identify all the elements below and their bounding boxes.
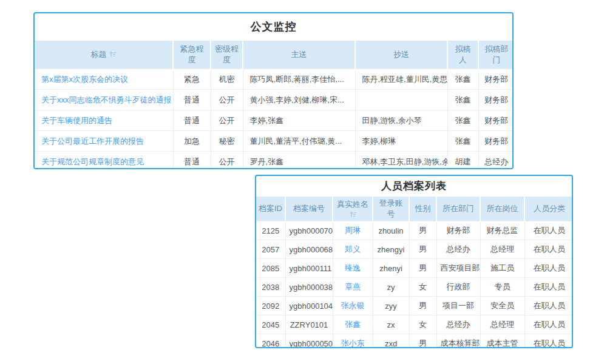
- archive-id-cell: 2085: [256, 259, 285, 278]
- col-header-real-name[interactable]: 真实姓名: [333, 197, 373, 221]
- real-name-cell: 张小东: [333, 334, 373, 349]
- document-title-cell: 关于公司最近工作开展的报告: [35, 131, 173, 152]
- archive-no-cell: ygbh000111: [285, 259, 333, 278]
- document-row: 关于xxx同志临危不惧勇斗歹徒的通报 普通 公开 黄小强,李婷,刘健,柳琳,宋.…: [35, 90, 514, 110]
- urgency-cell: 加急: [173, 131, 211, 152]
- main-send-cell: 董川民,董清平,付伟璐,黄...: [243, 131, 355, 152]
- header-row: 档案ID 档案编号 真实姓名 登录账号 性别 所在部门 所在岗位 人员分类: [256, 197, 573, 221]
- sort-icon[interactable]: [109, 50, 117, 58]
- draft-dept-cell: 总经办: [478, 152, 514, 170]
- real-name-cell: 郑义: [333, 240, 373, 259]
- col-header-title-label: 标题: [91, 50, 107, 59]
- login-account-cell: zhenyi: [373, 259, 409, 278]
- secrecy-cell: 公开: [211, 90, 243, 110]
- document-title-cell: 关于车辆使用的通告: [35, 110, 173, 131]
- personnel-archive-table: 档案ID 档案编号 真实姓名 登录账号 性别 所在部门 所在岗位 人员分类 21…: [256, 197, 573, 348]
- archive-id-cell: 2125: [256, 221, 285, 240]
- col-header-login-account: 登录账号: [373, 197, 409, 221]
- draft-dept-cell: 财务部: [478, 90, 514, 110]
- real-name-cell: 张永银: [333, 297, 373, 315]
- archive-no-cell: ygbh000070: [285, 221, 333, 240]
- gender-cell: 女: [409, 315, 436, 334]
- department-cell: 总经办: [436, 240, 480, 259]
- login-account-cell: zy: [373, 278, 409, 297]
- login-account-cell: zhoulin: [373, 221, 409, 240]
- category-cell: 在职人员: [524, 259, 573, 278]
- cc-cell: 田静,游恢,余小琴: [355, 110, 447, 131]
- personnel-row: 2046 ygbh000050 张小东 zxd 男 成本核算部 成本主管 在职人…: [256, 334, 573, 349]
- urgency-cell: 紧急: [173, 69, 211, 90]
- category-cell: 在职人员: [524, 334, 573, 349]
- department-cell: 西安项目部: [436, 259, 480, 278]
- archive-id-cell: 2057: [256, 240, 285, 259]
- col-header-position: 所在岗位: [480, 197, 524, 221]
- category-cell: 在职人员: [524, 240, 573, 259]
- drafter-cell: 张鑫: [447, 69, 478, 90]
- sort-icon[interactable]: [349, 211, 357, 218]
- urgency-cell: 普通: [173, 152, 211, 170]
- real-name-cell: 章燕: [333, 278, 373, 297]
- position-cell: 成本主管: [480, 334, 524, 349]
- col-header-department: 所在部门: [436, 197, 480, 221]
- col-header-draft-dept: 拟稿部门: [478, 41, 514, 69]
- document-title-link[interactable]: 关于公司最近工作开展的报告: [41, 136, 144, 146]
- draft-dept-cell: 财务部: [478, 110, 514, 131]
- gender-cell: 男: [409, 297, 436, 315]
- document-title-cell: 第x届第x次股东会的决议: [35, 69, 173, 90]
- archive-no-cell: ZZRY0101: [285, 315, 333, 334]
- col-header-title[interactable]: 标题: [35, 41, 173, 69]
- drafter-cell: 张鑫: [447, 131, 478, 152]
- personnel-archive-panel: 人员档案列表 档案ID 档案编号 真实姓名 登录账号 性别 所在部门 所在岗位 …: [255, 175, 573, 348]
- person-name-link[interactable]: 周琳: [345, 226, 361, 235]
- person-name-link[interactable]: 章燕: [345, 282, 361, 291]
- document-title-link[interactable]: 关于规范公司规章制度的意见: [41, 157, 144, 166]
- urgency-cell: 普通: [173, 110, 211, 131]
- department-cell: 总经办: [436, 315, 480, 334]
- document-row: 关于公司最近工作开展的报告 加急 秘密 董川民,董清平,付伟璐,黄... 李婷,…: [35, 131, 514, 152]
- login-account-cell: zyy: [373, 297, 409, 315]
- urgency-cell: 普通: [173, 90, 211, 110]
- person-name-link[interactable]: 张永银: [341, 301, 365, 310]
- category-cell: 在职人员: [524, 278, 573, 297]
- personnel-row: 2125 ygbh000070 周琳 zhoulin 男 财务部 财务总监 在职…: [256, 221, 573, 240]
- personnel-row: 2038 ygbh000038 章燕 zy 女 行政部 专员 在职人员: [256, 278, 573, 297]
- col-header-secrecy: 密级程度: [211, 41, 243, 69]
- department-cell: 项目一部: [436, 297, 480, 315]
- department-cell: 行政部: [436, 278, 480, 297]
- gender-cell: 男: [409, 259, 436, 278]
- drafter-cell: 胡建: [447, 152, 478, 170]
- document-row: 第x届第x次股东会的决议 紧急 机密 陈巧凤,断郎,蒋丽,李佳怡,... 陈丹,…: [35, 69, 514, 90]
- col-header-archive-no: 档案编号: [285, 197, 333, 221]
- document-title-link[interactable]: 关于xxx同志临危不惧勇斗歹徒的通报: [41, 95, 172, 104]
- col-header-archive-id: 档案ID: [256, 197, 285, 221]
- document-title-link[interactable]: 第x届第x次股东会的决议: [41, 75, 128, 84]
- secrecy-cell: 公开: [211, 152, 243, 170]
- main-send-cell: 陈巧凤,断郎,蒋丽,李佳怡,...: [243, 69, 355, 90]
- archive-id-cell: 2038: [256, 278, 285, 297]
- person-name-link[interactable]: 郑义: [345, 244, 361, 254]
- secrecy-cell: 秘密: [211, 131, 243, 152]
- department-cell: 财务部: [436, 221, 480, 240]
- cc-cell: 邓林,李卫东,田静,游恢,余...: [355, 152, 447, 170]
- secrecy-cell: 机密: [211, 69, 243, 90]
- archive-no-cell: ygbh000104: [285, 297, 333, 315]
- header-row: 标题 紧急程度 密级程度 主送 抄送 拟稿人 拟稿部门: [35, 41, 514, 69]
- panel-title-document-monitor: 公文监控: [35, 13, 512, 41]
- drafter-cell: 张鑫: [447, 90, 478, 110]
- personnel-row: 2085 ygbh000111 臻逸 zhenyi 男 西安项目部 施工员 在职…: [256, 259, 573, 278]
- main-send-cell: 罗丹,张鑫: [243, 152, 355, 170]
- person-name-link[interactable]: 臻逸: [345, 263, 361, 272]
- position-cell: 安全员: [480, 297, 524, 315]
- position-cell: 总经理: [480, 240, 524, 259]
- archive-id-cell: 2092: [256, 297, 285, 315]
- person-name-link[interactable]: 张鑫: [345, 320, 361, 329]
- real-name-cell: 臻逸: [333, 259, 373, 278]
- gender-cell: 男: [409, 334, 436, 349]
- col-header-main-send: 主送: [243, 41, 355, 69]
- cc-cell: [355, 90, 447, 110]
- document-title-link[interactable]: 关于车辆使用的通告: [41, 116, 112, 125]
- position-cell: 施工员: [480, 259, 524, 278]
- person-name-link[interactable]: 张小东: [341, 339, 365, 348]
- personnel-row: 2057 ygbh000068 郑义 zhengyi 男 总经办 总经理 在职人…: [256, 240, 573, 259]
- document-row: 关于车辆使用的通告 普通 公开 李婷,张鑫 田静,游恢,余小琴 张鑫 财务部: [35, 110, 514, 131]
